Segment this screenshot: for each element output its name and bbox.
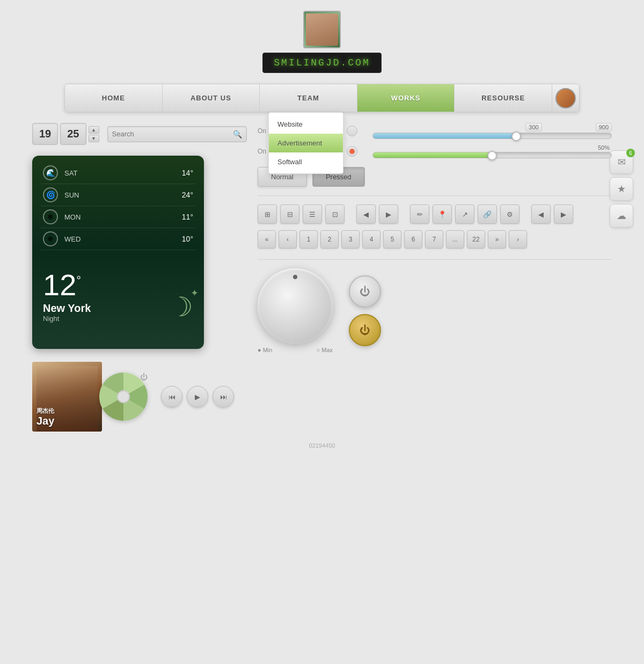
page-5[interactable]: 5 <box>383 230 401 249</box>
slider-2-percent: 50% <box>372 144 612 151</box>
slider-2-fill <box>373 152 492 158</box>
nav-avatar[interactable] <box>552 84 579 112</box>
page-3[interactable]: 3 <box>341 230 360 249</box>
avatar-image <box>306 13 338 46</box>
weather-forecast: 🌊 SAT 14° 🌀 SUN 24° ❄ MON 11° ❄ WED <box>32 156 204 257</box>
weather-mon-name: MON <box>64 213 86 221</box>
volume-knob[interactable] <box>258 268 333 344</box>
nav-home[interactable]: HOME <box>65 84 163 112</box>
search-box: 🔍 <box>107 126 247 142</box>
disc-power-icon[interactable]: ⏻ <box>140 373 148 381</box>
gear-icon-btn[interactable]: ⚙ <box>500 205 519 224</box>
knob-labels: ● Min ○ Max <box>258 347 333 353</box>
time-display: 19 25 ▲ ▼ <box>32 123 99 145</box>
play-button[interactable]: ▶ <box>187 386 208 407</box>
watermark: 02194450 <box>0 442 644 454</box>
weather-wed-name: WED <box>64 235 86 243</box>
dropdown-website[interactable]: Website <box>269 115 343 134</box>
weather-day-mon: ❄ MON 11° <box>41 206 195 228</box>
weather-main: 12° New York Night ☽ ✦ <box>32 257 204 331</box>
nav-works[interactable]: WORKS <box>357 84 455 112</box>
rewind-button[interactable]: ⏮ <box>161 386 182 407</box>
page-first[interactable]: « <box>258 230 276 249</box>
avatar <box>303 11 341 48</box>
weather-mon-temp: 11° <box>182 213 193 221</box>
edit-icon-btn[interactable]: ✏ <box>410 205 429 224</box>
weather-icon-sun: 🌀 <box>43 187 58 202</box>
grid-view-icon[interactable]: ⊞ <box>258 205 277 224</box>
header-section: SMILINGJD.COM <box>0 0 644 73</box>
search-input[interactable] <box>112 130 233 138</box>
dropdown-advertisement[interactable]: Advertisement <box>269 134 343 152</box>
weather-sun-name: SUN <box>64 191 86 199</box>
page-1[interactable]: 1 <box>299 230 318 249</box>
search-icon[interactable]: 🔍 <box>233 130 242 138</box>
page-4[interactable]: 4 <box>362 230 380 249</box>
link-icon-btn[interactable]: 🔗 <box>478 205 497 224</box>
page-ellipsis: ... <box>446 230 464 249</box>
icon-spacer2 <box>401 205 407 224</box>
stepper-down[interactable]: ▼ <box>89 135 99 142</box>
dropdown-softwall[interactable]: Softwall <box>269 152 343 171</box>
slider-1-min: 300 <box>525 123 541 132</box>
media-icon[interactable]: ⊡ <box>325 205 345 224</box>
sidebar-envelope-icon[interactable]: ✉ 6 <box>610 150 633 174</box>
moon-icon: ☽ <box>169 291 193 323</box>
time-stepper: ▲ ▼ <box>89 126 99 142</box>
pagination: « ‹ 1 2 3 4 5 6 7 ... 22 » › <box>258 230 612 249</box>
radio-2-checked[interactable] <box>347 146 357 157</box>
page-last[interactable]: › <box>509 230 527 249</box>
pin-icon-btn[interactable]: 📍 <box>433 205 452 224</box>
slider-1-fill <box>373 133 516 138</box>
disc-center <box>117 390 130 403</box>
page-2[interactable]: 2 <box>320 230 339 249</box>
divider-2 <box>258 259 612 260</box>
slider-1-max: 900 <box>596 123 612 132</box>
share-icon-btn[interactable]: ↗ <box>455 205 474 224</box>
knob-container: ● Min ○ Max <box>258 268 333 353</box>
sidebar-star-icon[interactable]: ★ <box>610 177 633 201</box>
music-player: 周杰伦 Jay ⏻ ⏮ ▶ ⏭ <box>32 362 247 432</box>
slider-2-track[interactable] <box>372 152 612 158</box>
prev-icon-btn[interactable]: ◀ <box>356 205 376 224</box>
toggle2-on-label: On <box>258 148 268 155</box>
icon-grid: ⊞ ⊟ ☰ ⊡ ◀ ▶ ✏ 📍 ↗ 🔗 ⚙ ◀ ▶ <box>258 205 612 224</box>
page-6[interactable]: 6 <box>404 230 422 249</box>
page-prev[interactable]: ‹ <box>279 230 297 249</box>
nav-avatar-image <box>555 88 576 108</box>
power-button-inactive[interactable]: ⏻ <box>349 275 381 308</box>
page-next[interactable]: » <box>488 230 506 249</box>
stepper-up[interactable]: ▲ <box>89 126 99 134</box>
nav-about[interactable]: ABOUT US <box>163 84 260 112</box>
toggle1-on-label: On <box>258 127 268 135</box>
artist-name: Jay <box>36 415 54 427</box>
arr-left-icon-btn[interactable]: ◀ <box>531 205 551 224</box>
page-22[interactable]: 22 <box>467 230 485 249</box>
power-button-active[interactable]: ⏻ <box>349 314 381 346</box>
arr-right-icon-btn[interactable]: ▶ <box>554 205 573 224</box>
knob-indicator <box>293 275 297 279</box>
slider-1-thumb[interactable] <box>511 132 521 141</box>
nav-team[interactable]: TEAM <box>260 84 357 112</box>
knob-max-label: ○ Max <box>317 347 333 353</box>
navbar: HOME ABOUT US TEAM WORKS RESOURSE <box>64 84 580 112</box>
list-view-icon[interactable]: ⊟ <box>280 205 299 224</box>
album-art: 周杰伦 Jay <box>32 362 102 432</box>
nav-resource[interactable]: RESOURSE <box>455 84 552 112</box>
slider-1-labels: 300 900 <box>372 123 612 132</box>
music-controls: ⏮ ▶ ⏭ <box>161 386 234 407</box>
weather-day-sat: 🌊 SAT 14° <box>41 162 195 184</box>
icon-spacer <box>348 205 353 224</box>
works-dropdown: Website Advertisement Softwall <box>268 112 343 174</box>
next-icon-btn[interactable]: ▶ <box>379 205 398 224</box>
page-7[interactable]: 7 <box>425 230 443 249</box>
time-minute: 25 <box>60 123 86 145</box>
weather-day-wed: ❄ WED 10° <box>41 228 195 250</box>
slider-2-thumb[interactable] <box>487 151 497 160</box>
forward-button[interactable]: ⏭ <box>213 386 234 407</box>
slider-1-container: 300 900 <box>372 123 612 139</box>
radio-1[interactable] <box>347 126 357 136</box>
slider-1-track[interactable] <box>372 133 612 139</box>
sidebar-cloud-icon[interactable]: ☁ <box>610 204 633 228</box>
align-icon[interactable]: ☰ <box>303 205 322 224</box>
